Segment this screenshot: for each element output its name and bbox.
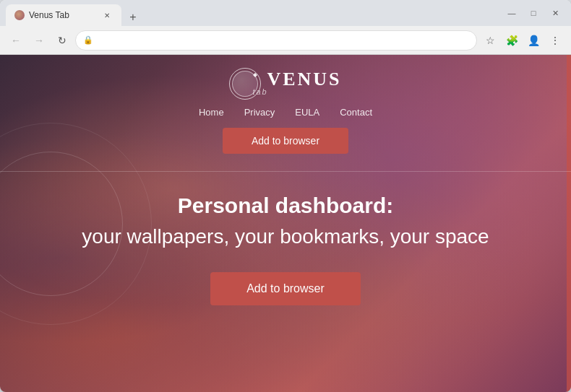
logo-sub: tab: [252, 87, 327, 96]
site-nav: Home Privacy EULA Contact: [199, 107, 372, 118]
window-controls: — □ ✕: [502, 3, 565, 23]
bookmark-button[interactable]: ☆: [480, 30, 500, 51]
profile-button[interactable]: 👤: [523, 30, 544, 51]
forward-button[interactable]: →: [29, 30, 49, 51]
minimize-button[interactable]: —: [502, 3, 522, 23]
close-button[interactable]: ✕: [545, 3, 565, 23]
tabs-area: Venus Tab ✕ +: [6, 0, 502, 26]
hero-title: Personal dashboard:: [82, 193, 489, 218]
add-to-browser-top-button[interactable]: Add to browser: [223, 128, 348, 154]
add-to-browser-bottom-button[interactable]: Add to browser: [210, 272, 361, 305]
nav-eula[interactable]: EULA: [295, 107, 319, 118]
nav-home[interactable]: Home: [199, 107, 224, 118]
hero-text: Personal dashboard: your wallpapers, you…: [53, 193, 518, 251]
lock-icon: 🔒: [83, 35, 93, 45]
title-bar: Venus Tab ✕ + — □ ✕: [0, 0, 571, 26]
address-bar[interactable]: 🔒: [75, 30, 477, 51]
website-inner: ◆ VENUS tab Home Privacy EULA Contact Ad…: [0, 55, 571, 305]
hero-subtitle: your wallpapers, your bookmarks, your sp…: [82, 222, 489, 251]
tab-favicon: [14, 10, 25, 20]
tab-title: Venus Tab: [29, 10, 98, 20]
nav-bar: ← → ↻ 🔒 ☆ 🧩 👤 ⋮: [0, 26, 571, 55]
back-button[interactable]: ←: [6, 30, 26, 51]
maximize-button[interactable]: □: [523, 3, 544, 23]
reload-button[interactable]: ↻: [52, 30, 72, 51]
nav-privacy[interactable]: Privacy: [244, 107, 275, 118]
menu-button[interactable]: ⋮: [545, 30, 565, 51]
tab-close-button[interactable]: ✕: [101, 9, 113, 21]
hero-divider: [0, 171, 571, 172]
extensions-button[interactable]: 🧩: [502, 30, 522, 51]
logo-container: ◆ VENUS tab: [229, 68, 341, 100]
chrome-window: Venus Tab ✕ + — □ ✕ ← → ↻ 🔒 ☆ 🧩 👤 ⋮: [0, 0, 571, 392]
website-content: ◆ VENUS tab Home Privacy EULA Contact Ad…: [0, 55, 571, 392]
nav-actions: ☆ 🧩 👤 ⋮: [480, 30, 565, 51]
active-tab[interactable]: Venus Tab ✕: [6, 4, 121, 26]
new-tab-button[interactable]: +: [124, 9, 142, 26]
logo-text: VENUS: [267, 69, 341, 90]
logo-text-group: VENUS tab: [267, 69, 341, 99]
nav-contact[interactable]: Contact: [340, 107, 372, 118]
logo-diamond-icon: ◆: [253, 71, 257, 78]
